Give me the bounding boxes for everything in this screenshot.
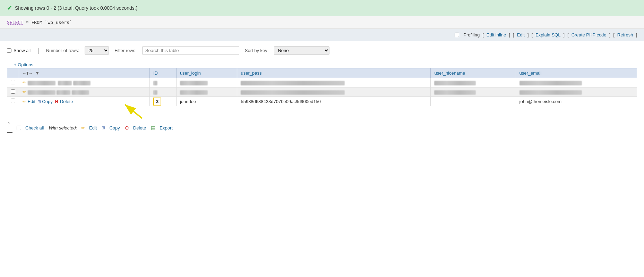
delete-icon: ⊖ xyxy=(54,99,59,104)
row-pass-cell xyxy=(237,87,431,97)
bottom-bar: ↑— Check all With selected: ✏ Edit ⊞ Cop… xyxy=(0,117,644,139)
blurred-email xyxy=(520,81,582,85)
table-wrapper: ←T→ ▼ ID user_login user_pass user_nicen… xyxy=(0,68,644,106)
edit-link[interactable]: Edit xyxy=(517,32,524,37)
row-checkbox[interactable] xyxy=(11,99,15,103)
success-message: Showing rows 0 - 2 (3 total, Query took … xyxy=(15,5,137,11)
row-actions-cell: ✏ xyxy=(19,78,150,87)
controls-bar: Show all | Number of rows: 25 50 100 250… xyxy=(0,41,644,60)
profiling-label: Profiling xyxy=(463,32,480,37)
blurred-action3 xyxy=(72,90,89,95)
col-user-nicename[interactable]: user_nicename xyxy=(431,68,516,78)
id-value: 3 xyxy=(153,98,161,106)
row-checkbox[interactable] xyxy=(11,89,15,94)
back-to-top-icon[interactable]: ↑— xyxy=(7,120,12,135)
col-user-email[interactable]: user_email xyxy=(516,68,637,78)
bottom-copy-link[interactable]: Copy xyxy=(109,125,120,131)
sort-by-key-select[interactable]: None PRIMARY xyxy=(274,46,329,55)
row-checkbox-cell xyxy=(7,97,19,106)
blurred-action1 xyxy=(28,81,55,85)
blurred-pass xyxy=(241,90,345,95)
blurred-nicename xyxy=(434,90,476,95)
toolbar: Profiling [Edit inline] [Edit] [Explain … xyxy=(0,29,644,41)
row-id-cell: 3 xyxy=(150,97,177,106)
edit-icon: ✏ xyxy=(23,99,26,104)
row-copy-link[interactable]: Copy xyxy=(42,99,52,104)
check-all-checkbox[interactable] xyxy=(17,126,21,130)
search-input[interactable] xyxy=(142,46,239,55)
sql-keyword: SELECT xyxy=(7,20,23,25)
row-email-cell xyxy=(516,78,637,87)
bottom-edit-link[interactable]: Edit xyxy=(89,125,97,131)
blurred-action2 xyxy=(57,90,70,95)
export-icon-bottom: ▤ xyxy=(151,125,155,131)
sql-rest: * FROM `wp_users` xyxy=(23,20,72,25)
table-row: ✏ xyxy=(7,78,637,87)
row-checkbox-cell xyxy=(7,87,19,97)
row-nicename-cell xyxy=(431,87,516,97)
row-pass-cell xyxy=(237,78,431,87)
refresh-link[interactable]: Refresh xyxy=(617,32,633,37)
col-checkbox xyxy=(7,68,19,78)
row-actions-cell: ✏ Edit ⊞ Copy ⊖ Delete xyxy=(19,97,150,106)
bottom-delete-link[interactable]: Delete xyxy=(133,125,146,131)
row-checkbox-cell xyxy=(7,78,19,87)
blurred-email xyxy=(520,90,582,95)
col-id[interactable]: ID xyxy=(150,68,177,78)
data-table: ←T→ ▼ ID user_login user_pass user_nicen… xyxy=(7,68,637,106)
row-nicename-cell xyxy=(431,78,516,87)
sql-bar: SELECT * FROM `wp_users` xyxy=(0,16,644,29)
row-nicename-cell xyxy=(431,97,516,106)
row-email-cell: john@themeisle.com xyxy=(516,97,637,106)
blurred-id xyxy=(153,81,157,85)
number-of-rows-select[interactable]: 25 50 100 250 500 xyxy=(85,46,109,55)
row-pass-cell: 55938d688433d7070e09ac9d900ed150 xyxy=(237,97,431,106)
blurred-login xyxy=(180,81,208,85)
table-row: ✏ Edit ⊞ Copy ⊖ Delete 3 johndoe 55938d6… xyxy=(7,97,637,106)
row-actions-cell: ✏ xyxy=(19,87,150,97)
edit-inline-link[interactable]: Edit inline xyxy=(487,32,506,37)
options-link[interactable]: + Options xyxy=(7,60,40,69)
edit-icon-bottom: ✏ xyxy=(81,125,85,131)
sort-by-key-label: Sort by key: xyxy=(245,48,269,53)
copy-icon-bottom: ⊞ xyxy=(102,125,105,130)
row-email-cell xyxy=(516,87,637,97)
edit-icon: ✏ xyxy=(23,80,26,85)
blurred-nicename xyxy=(434,81,476,85)
row-id-cell xyxy=(150,78,177,87)
row-id-cell xyxy=(150,87,177,97)
row-login-cell: johndoe xyxy=(176,97,237,106)
delete-icon-bottom: ⊖ xyxy=(125,125,129,131)
show-all-label[interactable]: Show all xyxy=(7,48,31,53)
row-edit-link[interactable]: Edit xyxy=(28,99,35,104)
blurred-action2 xyxy=(58,81,72,85)
filter-rows-label: Filter rows: xyxy=(114,48,137,53)
blurred-action3 xyxy=(73,81,91,85)
edit-icon: ✏ xyxy=(23,89,26,94)
blurred-id xyxy=(153,90,157,95)
success-icon: ✔ xyxy=(7,4,12,12)
number-of-rows-label: Number of rows: xyxy=(46,48,79,53)
row-checkbox[interactable] xyxy=(11,80,15,84)
col-user-pass[interactable]: user_pass xyxy=(237,68,431,78)
blurred-pass xyxy=(241,81,345,85)
table-row: ✏ xyxy=(7,87,637,97)
row-login-cell xyxy=(176,87,237,97)
create-php-link[interactable]: Create PHP code xyxy=(572,32,607,37)
row-delete-link[interactable]: Delete xyxy=(60,99,73,104)
col-user-login[interactable]: user_login xyxy=(176,68,237,78)
profiling-checkbox[interactable] xyxy=(455,33,459,37)
blurred-action1 xyxy=(28,90,55,95)
bottom-export-link[interactable]: Export xyxy=(160,125,173,131)
copy-icon: ⊞ xyxy=(37,99,41,104)
with-selected-label: With selected: xyxy=(49,125,77,131)
row-login-cell xyxy=(176,78,237,87)
svg-line-1 xyxy=(125,104,142,118)
blurred-login xyxy=(180,90,208,95)
explain-sql-link[interactable]: Explain SQL xyxy=(535,32,560,37)
show-all-checkbox[interactable] xyxy=(7,48,11,53)
success-bar: ✔ Showing rows 0 - 2 (3 total, Query too… xyxy=(0,0,644,16)
col-actions: ←T→ ▼ xyxy=(19,68,150,78)
check-all-link[interactable]: Check all xyxy=(25,125,44,131)
